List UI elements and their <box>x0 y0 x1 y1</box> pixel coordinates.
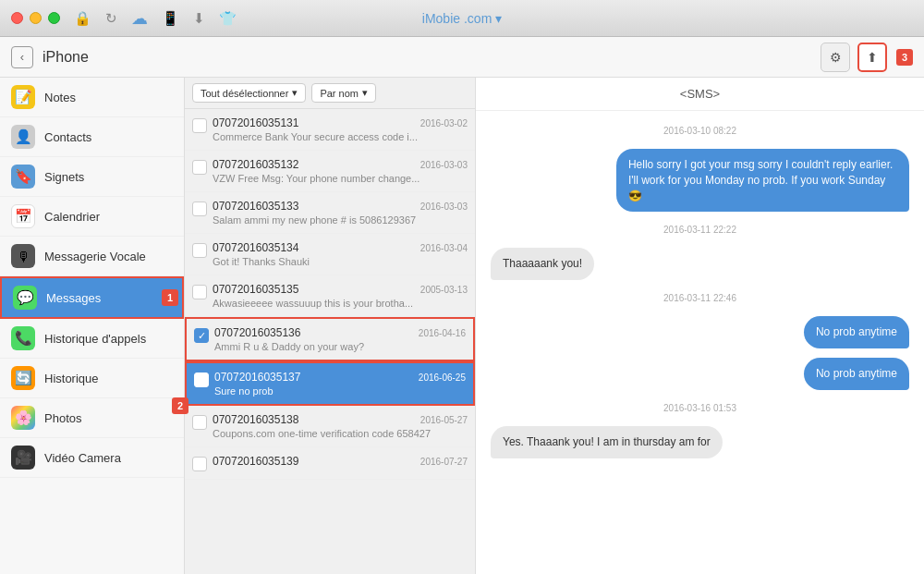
msg-date-7: 2016-06-25 <box>419 372 466 383</box>
messages-icon: 💬 <box>13 286 37 310</box>
chat-message-row: No prob anytime <box>491 358 909 390</box>
msg-content-2: 07072016035132 2016-03-03 VZW Free Msg: … <box>213 158 468 184</box>
list-item[interactable]: 2 ✓ 07072016035136 2016-04-16 Ammi R u &… <box>185 317 475 361</box>
sidebar-label-contacts: Contacts <box>44 130 91 144</box>
msg-date-4: 2016-03-04 <box>420 243 468 253</box>
calendrier-icon: 📅 <box>11 204 35 228</box>
msg-date-3: 2016-03-03 <box>420 202 468 212</box>
sidebar-item-messages[interactable]: 💬 Messages 1 <box>0 276 184 319</box>
msg-date-5: 2005-03-13 <box>420 285 468 295</box>
msg-number-2: 07072016035132 <box>213 158 298 171</box>
msg-content-8: 07072016035138 2016-05-27 Coupons.com on… <box>213 413 468 439</box>
back-arrow-icon: ‹ <box>20 50 24 64</box>
export-button[interactable]: ⬆ <box>857 43 887 72</box>
deselect-all-button[interactable]: Tout désélectionner ▾ <box>192 83 306 103</box>
gear-icon: ⚙ <box>830 50 842 65</box>
settings-button[interactable]: ⚙ <box>821 43 850 72</box>
close-button[interactable] <box>11 12 23 24</box>
chat-message-row: No prob anytime <box>491 316 909 348</box>
list-item[interactable]: 07072016035138 2016-05-27 Coupons.com on… <box>185 406 475 447</box>
historique-appels-icon: 📞 <box>11 326 35 350</box>
msg-content-6: 07072016035136 2016-04-16 Ammi R u & Dad… <box>214 326 466 352</box>
sidebar-label-video: Vidéo Camera <box>44 451 121 465</box>
maximize-button[interactable] <box>48 12 60 24</box>
checkbox-2[interactable] <box>192 160 207 175</box>
sidebar-item-notes[interactable]: 📝 Notes <box>0 78 184 117</box>
chat-bubble-received-2: Yes. Thaaank you! I am in thursday am fo… <box>491 426 723 458</box>
sidebar-item-historique[interactable]: 🔄 Historique <box>0 359 184 398</box>
msg-preview-3: Salam ammi my new phone # is 5086129367 <box>213 214 468 226</box>
sidebar-label-historique: Historique <box>44 372 99 385</box>
list-item[interactable]: 07072016035135 2005-03-13 Akwasieeeee wa… <box>185 275 475 317</box>
chat-message-row: Yes. Thaaank you! I am in thursday am fo… <box>491 426 909 458</box>
export-icon: ⬆ <box>867 50 878 65</box>
main-layout: 📝 Notes 👤 Contacts 🔖 Signets 📅 Calendrie… <box>0 78 924 574</box>
step1-badge: 1 <box>162 289 178 306</box>
step2-badge-label: 2 <box>172 397 188 414</box>
signets-icon: 🔖 <box>11 165 35 189</box>
download-icon: ⬇ <box>193 10 205 27</box>
video-icon: 🎥 <box>11 446 35 470</box>
checkbox-8[interactable] <box>192 415 207 430</box>
checkbox-6[interactable]: ✓ <box>194 328 209 343</box>
checkbox-7[interactable]: ✓ <box>194 372 209 387</box>
msg-number-1: 07072016035131 <box>213 116 298 129</box>
msg-date-8: 2016-05-27 <box>420 415 468 425</box>
msg-number-8: 07072016035138 <box>213 413 298 426</box>
deselect-dropdown-icon: ▾ <box>292 87 298 99</box>
sidebar-label-messages: Messages <box>46 291 101 305</box>
sort-dropdown-icon: ▾ <box>362 87 368 99</box>
list-item[interactable]: 07072016035133 2016-03-03 Salam ammi my … <box>185 192 475 234</box>
sidebar-item-video[interactable]: 🎥 Vidéo Camera <box>0 438 184 478</box>
deselect-all-label: Tout désélectionner <box>201 88 288 99</box>
msg-preview-6: Ammi R u & Daddy on your way? <box>214 341 466 352</box>
notes-icon: 📝 <box>11 85 35 109</box>
title-dropdown[interactable]: ▾ <box>495 11 502 26</box>
sidebar-item-signets[interactable]: 🔖 Signets <box>0 157 184 197</box>
list-item[interactable]: 07072016035131 2016-03-02 Commerce Bank … <box>185 109 475 151</box>
checkbox-3[interactable] <box>192 202 207 216</box>
navbar-right: ⚙ ⬆ 3 <box>821 43 913 72</box>
chat-message-row: Hello sorry I got your msg sorry I could… <box>491 149 909 212</box>
lock-icon: 🔒 <box>74 10 91 27</box>
shirt-icon: 👕 <box>219 10 237 27</box>
list-item[interactable]: 07072016035134 2016-03-04 Got it! Thanks… <box>185 234 475 275</box>
title-suffix: .com <box>460 11 492 26</box>
msg-content-3: 07072016035133 2016-03-03 Salam ammi my … <box>213 200 468 226</box>
chat-area: <SMS> 2016-03-10 08:22 Hello sorry I got… <box>476 78 924 574</box>
list-item[interactable]: 07072016035139 2016-07-27 <box>185 447 475 480</box>
list-item[interactable]: ✓ 07072016035137 2016-06-25 Sure no prob <box>185 361 475 406</box>
checkbox-1[interactable] <box>192 118 207 133</box>
list-item[interactable]: 07072016035132 2016-03-03 VZW Free Msg: … <box>185 151 475 192</box>
chat-messages: 2016-03-10 08:22 Hello sorry I got your … <box>476 111 924 574</box>
sidebar-item-contacts[interactable]: 👤 Contacts <box>0 117 184 157</box>
msg-preview-1: Commerce Bank Your secure access code i.… <box>213 131 468 142</box>
minimize-button[interactable] <box>30 12 42 24</box>
msg-content-7: 07072016035137 2016-06-25 Sure no prob <box>214 371 466 397</box>
msg-preview-8: Coupons.com one-time verification code 6… <box>213 428 468 439</box>
chat-bubble-sent-2: No prob anytime <box>804 316 909 348</box>
sidebar-item-historique-appels[interactable]: 📞 Historique d'appels <box>0 319 184 359</box>
sidebar-item-messagerie[interactable]: 🎙 Messagerie Vocale <box>0 237 184 276</box>
msg-content-1: 07072016035131 2016-03-02 Commerce Bank … <box>213 116 468 142</box>
photos-icon: 🌸 <box>11 406 35 430</box>
sort-by-button[interactable]: Par nom ▾ <box>311 83 376 103</box>
msg-content-4: 07072016035134 2016-03-04 Got it! Thanks… <box>213 241 468 267</box>
checkbox-5[interactable] <box>192 285 207 299</box>
checkbox-9[interactable] <box>192 457 207 471</box>
cloud-icon: ☁ <box>131 8 148 29</box>
msg-preview-5: Akwasieeeee wassuuup this is your brotha… <box>213 298 468 309</box>
msg-date-1: 2016-03-02 <box>420 118 468 128</box>
chat-date-3: 2016-03-11 22:46 <box>491 293 909 303</box>
step3-badge: 3 <box>896 49 913 66</box>
back-button[interactable]: ‹ <box>11 46 33 68</box>
checkbox-4[interactable] <box>192 243 207 258</box>
msg-content-5: 07072016035135 2005-03-13 Akwasieeeee wa… <box>213 283 468 309</box>
chat-message-row: Thaaaaank you! <box>491 248 909 280</box>
msg-date-6: 2016-04-16 <box>419 328 466 338</box>
sidebar-label-messagerie: Messagerie Vocale <box>44 250 146 263</box>
msg-content-9: 07072016035139 2016-07-27 <box>213 455 468 470</box>
sidebar-item-photos[interactable]: 🌸 Photos <box>0 398 184 438</box>
traffic-lights <box>11 12 60 24</box>
sidebar-item-calendrier[interactable]: 📅 Calendrier <box>0 197 184 237</box>
